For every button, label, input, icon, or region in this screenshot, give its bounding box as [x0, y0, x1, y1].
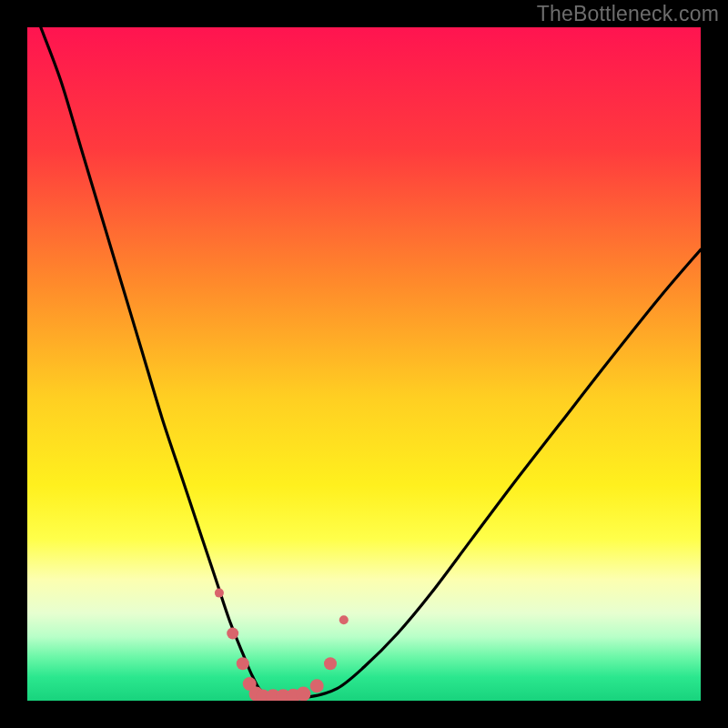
highlight-marker	[310, 679, 324, 693]
highlight-marker	[237, 657, 249, 670]
chart-frame: TheBottleneck.com	[0, 0, 728, 728]
plot-area	[27, 27, 701, 701]
highlight-marker	[324, 657, 337, 670]
chart-svg	[27, 27, 701, 701]
gradient-background	[27, 27, 701, 701]
highlight-marker	[296, 687, 310, 701]
watermark-text: TheBottleneck.com	[537, 2, 719, 26]
highlight-marker	[227, 628, 238, 640]
highlight-marker	[339, 615, 349, 624]
highlight-marker	[215, 589, 224, 598]
